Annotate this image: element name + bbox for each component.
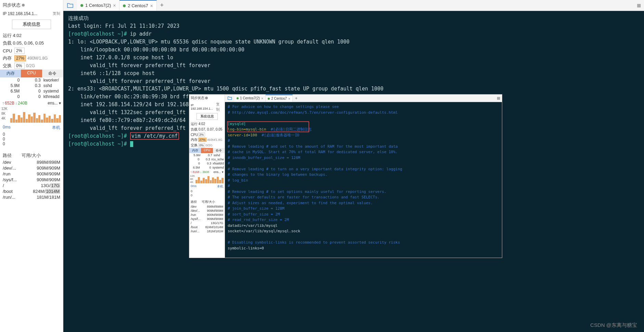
table-row: /13G/17G (0, 183, 63, 188)
table-row: /dev898M/898M (0, 159, 63, 165)
grid-icon[interactable]: ▦ (634, 0, 644, 11)
inset-sidebar: 同步状态 IP 192.168.154.1...复制 系统信息 运行 4:02 … (189, 95, 225, 258)
folder-icon[interactable] (63, 0, 77, 11)
swap-value: 0/2G (26, 63, 35, 68)
grid-icon[interactable]: ▦ (495, 95, 502, 102)
close-icon[interactable]: × (113, 3, 116, 8)
table-row: /run/...181M/181M (189, 229, 225, 233)
table-row: /run900M/909M (189, 213, 225, 217)
mem-row: 内存 27% 490M/1.8G (0, 54, 63, 62)
close-icon[interactable]: × (150, 3, 153, 9)
network-row: ↑652B ↓240B ens... ▾ (0, 99, 63, 107)
table-row: /run/...181M/181M (0, 194, 63, 200)
tab-centos7-2[interactable]: 1 Centos7(2) × (77, 0, 119, 11)
table-row[interactable]: 00.3kworker/ (0, 77, 63, 83)
table-row[interactable]: 00.3xfsaild/d (189, 161, 225, 165)
table-row[interactable]: 00.3rcu_sche (189, 157, 225, 161)
copy-link[interactable]: 复制 (53, 11, 60, 16)
table-row[interactable]: 6.5M0systemd (0, 88, 63, 94)
cpu-value: 2% (14, 48, 25, 54)
folder-icon[interactable] (225, 95, 235, 102)
sync-status-row: 同步状态 (0, 0, 63, 10)
sync-label: 同步状态 (3, 2, 21, 8)
proc-header: 内存 CPU 命令 (0, 70, 63, 77)
disk-header: 路径 可用/大小 (0, 150, 63, 159)
table-row: /dev/...909M/909M (0, 165, 63, 171)
latency-row: 0ms 本机 (0, 123, 63, 132)
inset-main: 1 Centos7(2)× 2 Centos7× + ▦ # For advic… (225, 95, 502, 258)
table-row[interactable]: 5.9M0.7sshd (189, 153, 225, 157)
sync-dot-icon (205, 97, 208, 99)
inset-tabbar: 1 Centos7(2)× 2 Centos7× + ▦ (225, 95, 502, 102)
tab-centos7[interactable]: 2 Centos7 × (119, 0, 156, 11)
runtime-text: 运行 4:02 (0, 32, 63, 39)
disk-list: /dev898M/898M/dev/...909M/909M/run900M/9… (0, 159, 63, 200)
swap-row: 交换 0% 0/2G (0, 62, 63, 70)
new-tab-button[interactable]: + (157, 0, 167, 11)
arrow-down-icon: ↓ (15, 101, 17, 106)
network-chart: 12K 8K 4K (0, 107, 63, 123)
table-row: /sys/f...909M/909M (0, 177, 63, 183)
table-row: /sys/f...909M/909M (189, 217, 225, 221)
sysinfo-button[interactable]: 系统信息 (12, 20, 51, 29)
ip-text: IP 192.168.154.1... (3, 11, 37, 16)
sidebar: 同步状态 IP 192.168.154.1... 复制 系统信息 运行 4:02… (0, 0, 63, 332)
swap-pct: 0% (14, 63, 25, 69)
new-tab-button[interactable]: + (293, 95, 300, 102)
proc-list: 00.3kworker/5.9M0.3sshd6.5M0systemd00kth… (0, 77, 63, 99)
tab-status-dot-icon (123, 4, 126, 7)
highlighted-command: vim /etc/my.cnf (130, 132, 179, 140)
table-row[interactable]: 00kthreadd (0, 94, 63, 99)
inset-tab-1[interactable]: 1 Centos7(2)× (235, 95, 266, 102)
inset-tab-2[interactable]: 2 Centos7× (266, 95, 293, 102)
table-row: /run900M/909M (0, 171, 63, 177)
table-row: /boot824M/1014M (0, 188, 63, 194)
net-interface-dropdown[interactable]: ens... ▾ (48, 101, 61, 106)
table-row[interactable]: 6.5M0systemd (189, 165, 225, 170)
table-row: /boot824M/1014M (189, 225, 225, 229)
tabbar: 1 Centos7(2) × 2 Centos7 × + ▦ (63, 0, 644, 11)
table-row: /13G/17G (189, 221, 225, 225)
watermark: CSDN @东离与糖宝 (590, 322, 637, 329)
table-row: /dev898M/898M (189, 205, 225, 209)
sysinfo-button[interactable]: 系统信息 (197, 113, 218, 120)
inset-window: 同步状态 IP 192.168.154.1...复制 系统信息 运行 4:02 … (189, 94, 502, 258)
sync-dot-icon (22, 4, 25, 7)
cursor-icon (130, 141, 133, 147)
tab-status-dot-icon (80, 4, 83, 7)
cpu-row: CPU 2% (0, 47, 63, 54)
inset-terminal[interactable]: # For advice on how to change settings p… (225, 102, 502, 258)
mem-pct: 27% (14, 55, 26, 61)
ip-row: IP 192.168.154.1... 复制 (0, 10, 63, 18)
table-row[interactable]: 5.9M0.3sshd (0, 83, 63, 88)
load-text: 负载 0.05, 0.06, 0.05 (0, 39, 63, 47)
table-row: /dev/...909M/909M (189, 209, 225, 213)
arrow-up-icon: ↑ (2, 101, 4, 106)
mem-value: 490M/1.8G (27, 56, 48, 61)
